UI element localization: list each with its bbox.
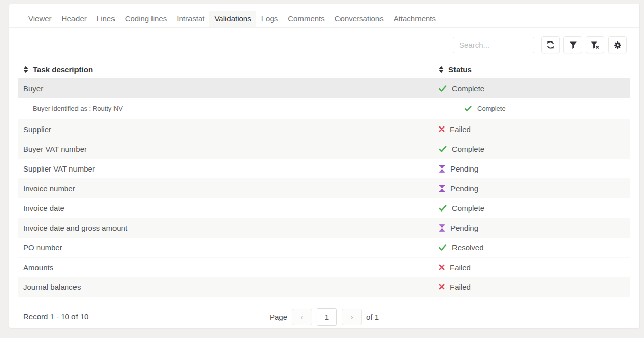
status-label: Pending	[450, 164, 478, 173]
x-icon	[439, 126, 445, 132]
settings-button[interactable]	[608, 36, 627, 53]
table-row[interactable]: Buyer identified as : Routty NV Complete	[18, 98, 630, 119]
status-label: Complete	[452, 84, 484, 93]
row-description: Buyer VAT number	[23, 145, 87, 153]
hourglass-icon	[439, 165, 445, 173]
previous-page-button[interactable]: ‹	[292, 309, 312, 325]
status-icon-slot	[439, 146, 447, 152]
table-row[interactable]: Amounts Failed	[18, 258, 630, 277]
check-icon	[439, 205, 447, 212]
status-icon-slot	[464, 105, 472, 112]
table-header: Task description Status	[18, 60, 630, 78]
tab-attachments[interactable]: Attachments	[389, 11, 441, 27]
status-icon-slot	[439, 264, 445, 270]
status-icon-slot	[439, 85, 447, 92]
row-description: Supplier VAT number	[23, 164, 95, 173]
check-icon	[439, 146, 447, 152]
row-description: PO number	[23, 243, 62, 252]
table-row[interactable]: Journal balances Failed	[18, 277, 630, 297]
tab-viewer[interactable]: Viewer	[23, 11, 57, 27]
tab-comments[interactable]: Comments	[283, 11, 330, 27]
row-description: Invoice date and gross amount	[23, 224, 127, 232]
table-row[interactable]: Supplier Failed	[18, 119, 630, 139]
sort-icon	[23, 66, 28, 73]
next-page-button[interactable]: ›	[342, 309, 362, 325]
chevron-right-icon: ›	[350, 313, 353, 321]
tab-intrastat[interactable]: Intrastat	[172, 11, 209, 27]
table-body: Buyer Complete Buyer identified as : Rou…	[18, 78, 630, 297]
validations-panel: ViewerHeaderLinesCoding linesIntrastatVa…	[9, 4, 639, 328]
status-label: Complete	[477, 105, 506, 112]
refresh-button[interactable]	[541, 36, 560, 53]
status-label: Complete	[452, 145, 484, 153]
status-icon-slot	[439, 165, 445, 173]
gear-icon	[614, 41, 622, 49]
x-icon	[439, 264, 445, 270]
status-label: Failed	[450, 125, 471, 134]
record-count: Record 1 - 10 of 10	[23, 312, 88, 321]
status-label: Resolved	[452, 243, 484, 252]
status-label: Pending	[450, 184, 478, 193]
row-description: Invoice date	[23, 204, 64, 213]
refresh-icon	[546, 40, 555, 49]
status-icon-slot	[439, 284, 445, 290]
hourglass-icon	[439, 224, 445, 232]
tab-conversations[interactable]: Conversations	[330, 11, 389, 27]
table-row[interactable]: Buyer VAT number Complete	[18, 139, 630, 159]
filter-icon	[569, 41, 577, 49]
hourglass-icon	[439, 185, 445, 192]
filter-clear-icon	[591, 41, 599, 49]
table-row[interactable]: Supplier VAT number Pending	[18, 159, 630, 179]
row-description: Journal balances	[23, 283, 81, 291]
clear-filter-button[interactable]	[586, 36, 604, 53]
tab-header[interactable]: Header	[57, 11, 92, 27]
page-label: Page	[270, 313, 287, 321]
table-row[interactable]: Invoice date Complete	[18, 198, 630, 218]
row-description: Buyer identified as : Routty NV	[33, 105, 123, 112]
pagination: Page ‹ › of 1	[270, 308, 379, 326]
status-label: Failed	[450, 263, 471, 272]
status-icon-slot	[439, 205, 447, 212]
filter-button[interactable]	[563, 36, 582, 53]
table-row[interactable]: Invoice date and gross amount Pending	[18, 218, 630, 238]
sort-icon	[439, 66, 444, 73]
check-icon	[465, 106, 472, 112]
status-label: Failed	[450, 283, 471, 291]
search-input[interactable]	[453, 37, 534, 53]
x-icon	[439, 284, 445, 290]
status-icon-slot	[439, 244, 447, 251]
row-description: Buyer	[23, 84, 43, 93]
check-icon	[439, 85, 447, 92]
tab-bar: ViewerHeaderLinesCoding linesIntrastatVa…	[9, 4, 639, 28]
check-icon	[439, 244, 447, 251]
status-label: Complete	[452, 204, 484, 213]
page-number-input[interactable]	[317, 308, 337, 326]
page-total: of 1	[366, 313, 379, 321]
tab-logs[interactable]: Logs	[256, 11, 283, 27]
column-header-task-description[interactable]: Task description	[23, 65, 439, 74]
status-icon-slot	[439, 126, 445, 132]
row-description: Amounts	[23, 263, 53, 272]
row-description: Supplier	[23, 125, 51, 134]
table-row[interactable]: Buyer Complete	[18, 78, 630, 98]
grid-footer: Record 1 - 10 of 10 Page ‹ › of 1	[23, 304, 625, 338]
table-row[interactable]: Invoice number Pending	[18, 179, 630, 198]
column-header-status[interactable]: Status	[439, 65, 625, 74]
status-label: Pending	[450, 224, 478, 232]
row-description: Invoice number	[23, 184, 75, 193]
status-icon-slot	[439, 185, 445, 192]
tab-validations[interactable]: Validations	[209, 11, 256, 27]
table-row[interactable]: PO number Resolved	[18, 238, 630, 258]
chevron-left-icon: ‹	[300, 313, 304, 321]
tab-lines[interactable]: Lines	[92, 11, 120, 27]
tab-coding-lines[interactable]: Coding lines	[120, 11, 172, 27]
grid-toolbar	[22, 36, 627, 53]
status-icon-slot	[439, 224, 445, 232]
